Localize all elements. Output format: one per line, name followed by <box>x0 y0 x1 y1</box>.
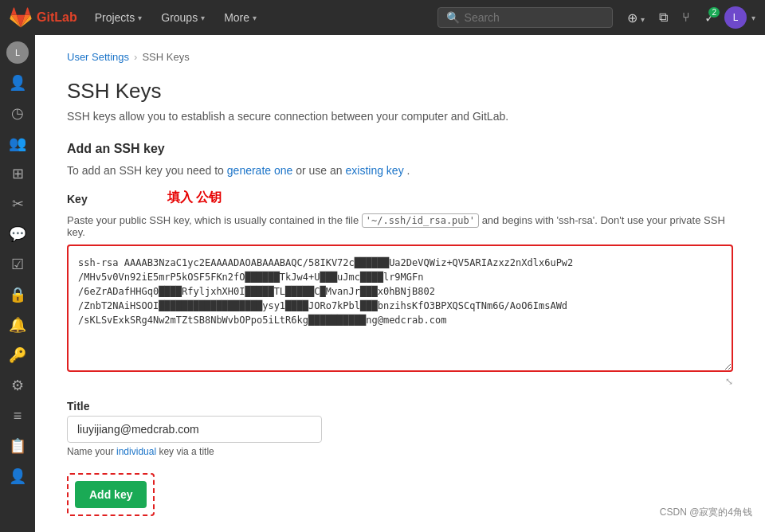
key-file-code: '~/.ssh/id_rsa.pub' <box>362 213 479 228</box>
key-textarea[interactable]: ssh-rsa AAAAB3NzaC1yc2EAAAADAOABAAABAQC/… <box>67 244 733 372</box>
page-title: SSH Keys <box>67 79 733 104</box>
add-key-section-desc: To add an SSH key you need to generate o… <box>67 164 733 177</box>
search-input[interactable] <box>465 11 584 24</box>
sidebar-item-lock[interactable]: 🔒 <box>3 280 32 309</box>
add-key-section-title: Add an SSH key <box>67 142 733 156</box>
add-key-button[interactable]: Add key <box>75 481 147 508</box>
more-menu[interactable]: More ▾ <box>216 8 265 27</box>
individual-link[interactable]: individual <box>116 446 156 457</box>
user-avatar[interactable]: L <box>724 6 747 29</box>
title-hint: Name your individual key via a title <box>67 446 733 457</box>
sidebar-item-bell[interactable]: 🔔 <box>3 311 32 339</box>
title-form-group: Title Name your individual key via a tit… <box>67 400 733 457</box>
sidebar-item-user-settings[interactable]: 👤 <box>3 462 32 491</box>
left-sidebar: L 👤 ◷ 👥 ⊞ ✂ 💬 ☑ 🔒 🔔 🔑 ⚙ ≡ 📋 👤 <box>0 35 35 532</box>
projects-menu[interactable]: Projects ▾ <box>87 8 151 27</box>
avatar-chevron-icon: ▾ <box>751 14 755 22</box>
sidebar-item-settings[interactable]: ⚙ <box>3 371 32 400</box>
sidebar-item-dashboard[interactable]: ⊞ <box>3 159 32 188</box>
sidebar-item-key[interactable]: 🔑 <box>3 341 32 370</box>
key-label: Key <box>67 193 88 205</box>
title-label: Title <box>67 400 733 413</box>
projects-chevron-icon: ▾ <box>138 14 142 22</box>
groups-menu[interactable]: Groups ▾ <box>153 8 213 27</box>
search-icon: 🔍 <box>446 11 460 24</box>
new-item-button[interactable]: ⊕ ▾ <box>622 7 649 29</box>
annotation-text: 填入 公钥 <box>167 190 222 206</box>
breadcrumb-current: SSH Keys <box>142 51 189 63</box>
top-navigation: GitLab Projects ▾ Groups ▾ More ▾ 🔍 ⊕ ▾ … <box>0 0 765 35</box>
groups-chevron-icon: ▾ <box>201 14 205 22</box>
merge-request-button[interactable]: ⑂ <box>677 7 695 28</box>
sidebar-item-todo[interactable]: ☑ <box>3 250 32 279</box>
issues-badge: 2 <box>708 7 720 18</box>
watermark: CSDN @寂寞的4角钱 <box>660 506 752 519</box>
key-form-group: Key 填入 公钥 Paste your public SSH key, whi… <box>67 190 733 387</box>
sidebar-item-profile[interactable]: 👤 <box>3 68 32 97</box>
sidebar-item-list[interactable]: ≡ <box>3 401 32 430</box>
resize-handle: ⤡ <box>67 376 733 387</box>
sidebar-item-groups[interactable]: 👥 <box>3 129 32 158</box>
title-input[interactable] <box>67 416 322 443</box>
sidebar-item-doc[interactable]: 📋 <box>3 432 32 460</box>
existing-key-link[interactable]: existing key <box>346 164 404 177</box>
key-description: Paste your public SSH key, which is usua… <box>67 214 733 238</box>
search-box[interactable]: 🔍 <box>437 7 613 28</box>
add-key-area: Add key <box>67 473 155 516</box>
breadcrumb-separator: › <box>134 51 137 63</box>
gitlab-logo[interactable]: GitLab <box>10 6 77 29</box>
sidebar-item-activity[interactable]: ◷ <box>3 99 32 127</box>
sidebar-avatar[interactable]: L <box>6 41 29 64</box>
generate-key-link[interactable]: generate one <box>227 164 293 177</box>
sidebar-item-snippets[interactable]: ✂ <box>3 190 32 218</box>
page-description: SSH keys allow you to establish a secure… <box>67 110 733 123</box>
main-content: User Settings › SSH Keys SSH Keys SSH ke… <box>35 35 765 532</box>
breadcrumb: User Settings › SSH Keys <box>67 51 733 63</box>
sidebar-item-chat[interactable]: 💬 <box>3 220 32 248</box>
snippet-button[interactable]: ⧉ <box>654 7 673 28</box>
nav-action-icons: ⊕ ▾ ⧉ ⑂ ✓ 2 L ▾ <box>622 6 755 29</box>
more-chevron-icon: ▾ <box>253 14 257 22</box>
breadcrumb-parent[interactable]: User Settings <box>67 51 129 63</box>
issues-button[interactable]: ✓ 2 <box>700 7 720 29</box>
gitlab-wordmark: GitLab <box>37 10 77 25</box>
